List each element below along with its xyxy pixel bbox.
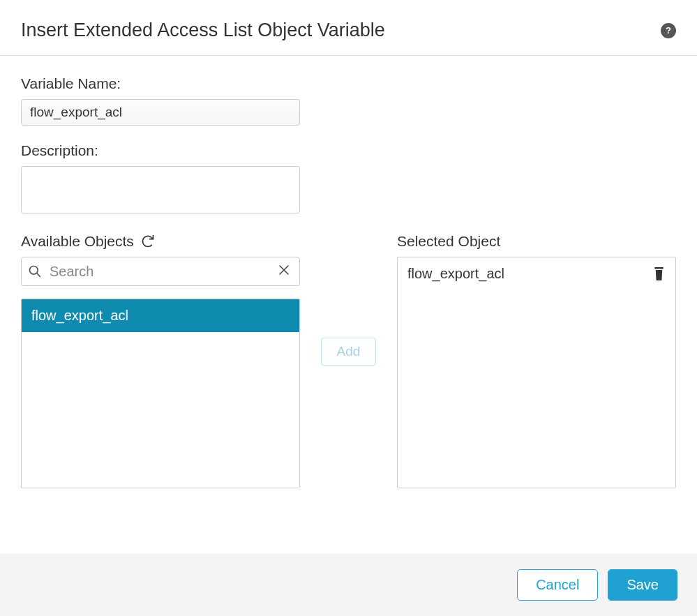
selected-object-list: flow_export_acl <box>397 257 676 488</box>
transfer-column: Add <box>314 233 383 366</box>
description-label: Description: <box>21 142 676 159</box>
selected-object-column: Selected Object flow_export_acl <box>397 233 676 488</box>
description-input[interactable] <box>21 166 300 213</box>
add-button[interactable]: Add <box>321 338 377 366</box>
svg-rect-4 <box>654 267 664 269</box>
object-lists-row: Available Objects <box>21 233 676 488</box>
available-object-item[interactable]: flow_export_acl <box>22 299 299 332</box>
available-objects-header: Available Objects <box>21 233 300 250</box>
search-wrap <box>21 257 300 286</box>
dialog-title: Insert Extended Access List Object Varia… <box>21 20 385 41</box>
search-input[interactable] <box>21 257 300 286</box>
selected-object-label: flow_export_acl <box>407 266 504 282</box>
clear-search-icon[interactable] <box>275 262 293 280</box>
variable-name-label: Variable Name: <box>21 75 676 92</box>
save-button[interactable]: Save <box>608 569 677 601</box>
available-objects-list[interactable]: flow_export_acl <box>21 299 300 488</box>
dialog-footer: Cancel Save <box>0 554 697 616</box>
selected-object-title: Selected Object <box>397 233 500 250</box>
description-group: Description: <box>21 142 676 216</box>
variable-name-input[interactable] <box>21 99 300 126</box>
refresh-icon[interactable] <box>141 234 155 248</box>
dialog-content: Variable Name: Description: Available Ob… <box>0 56 697 502</box>
dialog-header: Insert Extended Access List Object Varia… <box>0 0 697 56</box>
available-objects-title: Available Objects <box>21 233 134 250</box>
selected-object-item: flow_export_acl <box>398 257 675 290</box>
trash-icon[interactable] <box>652 266 666 281</box>
help-icon[interactable]: ? <box>661 23 676 38</box>
variable-name-group: Variable Name: <box>21 75 676 126</box>
selected-object-header: Selected Object <box>397 233 676 250</box>
available-objects-column: Available Objects <box>21 233 300 488</box>
cancel-button[interactable]: Cancel <box>517 569 598 601</box>
